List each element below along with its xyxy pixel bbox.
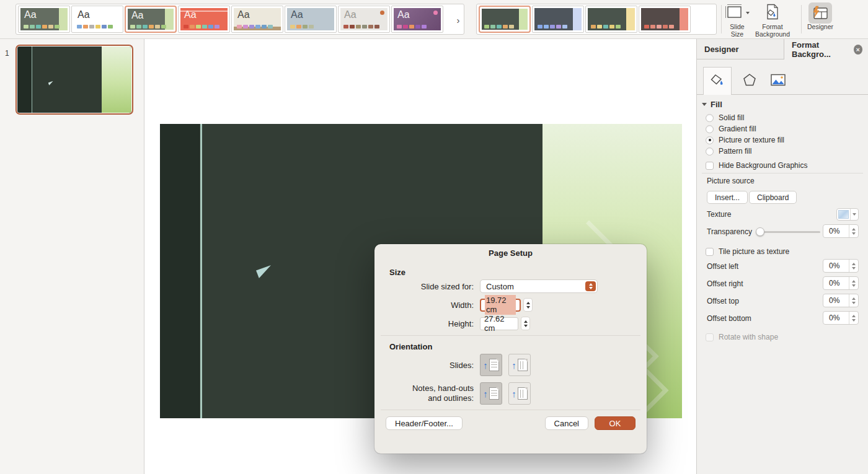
theme-thumbnail[interactable]: Aa — [125, 6, 177, 33]
width-label: Width: — [374, 301, 474, 310]
orientation-section-header: Orientation — [389, 342, 647, 351]
up-arrow-icon: ↑ — [483, 389, 488, 398]
radio-solid-fill[interactable]: Solid fill — [706, 113, 744, 122]
tab-fill[interactable] — [703, 67, 732, 95]
divider — [381, 335, 640, 336]
designer-button[interactable]: Designer — [806, 4, 835, 30]
format-background-button[interactable]: FormatBackground — [751, 4, 794, 38]
picture-source-label: Picture source — [707, 177, 755, 185]
slides-landscape-button[interactable]: ↑ — [508, 354, 531, 376]
width-stepper[interactable] — [523, 298, 533, 312]
insert-button[interactable]: Insert... — [707, 191, 748, 204]
stepper-arrows[interactable] — [849, 277, 858, 289]
tab-effects[interactable] — [735, 67, 764, 95]
notes-portrait-button[interactable]: ↑ — [480, 382, 502, 405]
offset-bottom-stepper[interactable]: 0% — [823, 311, 859, 325]
offset-right-label: Offset right — [707, 279, 743, 288]
landscape-page-icon — [518, 387, 528, 400]
radio-pattern-fill[interactable]: Pattern fill — [706, 147, 751, 156]
radio-icon — [706, 147, 714, 156]
height-input[interactable]: 27.62 cm — [480, 317, 518, 330]
variant-thumbnail[interactable] — [639, 6, 691, 33]
theme-thumbnail[interactable]: Aa — [285, 6, 337, 33]
chevron-down-icon — [746, 12, 750, 14]
checkbox-icon — [706, 248, 714, 256]
notes-handouts-label: Notes, hand-outs and outlines: — [374, 384, 474, 403]
notes-landscape-button[interactable]: ↑ — [508, 382, 531, 405]
cancel-button[interactable]: Cancel — [545, 416, 588, 430]
texture-dropdown[interactable] — [836, 208, 859, 221]
stepper-arrows[interactable] — [849, 225, 858, 237]
transparency-slider[interactable] — [756, 231, 820, 233]
offset-left-stepper[interactable]: 0% — [823, 259, 859, 273]
offset-left-label: Offset left — [707, 262, 738, 271]
design-ribbon: AaAaAaAaAaAaAaAa › SlideSize — [0, 0, 868, 39]
pentagon-icon — [742, 72, 757, 89]
offset-top-stepper[interactable]: 0% — [823, 294, 859, 307]
theme-aa-label: Aa — [78, 9, 90, 20]
theme-aa-label: Aa — [237, 9, 250, 20]
slide-sized-for-dropdown[interactable]: Custom — [480, 279, 598, 293]
stepper-arrows[interactable] — [849, 260, 858, 272]
slide-triangle-shape[interactable] — [256, 265, 271, 278]
theme-thumbnail[interactable]: Aa — [391, 6, 443, 33]
checkbox-rotate-with-shape: Rotate with shape — [706, 333, 778, 341]
theme-thumbnail[interactable]: Aa — [71, 6, 123, 33]
slides-portrait-button[interactable]: ↑ — [480, 354, 502, 376]
tab-format-background[interactable]: Format Backgro... × — [784, 39, 868, 59]
radio-icon — [706, 114, 714, 122]
theme-aa-label: Aa — [24, 9, 37, 20]
format-background-panel: Designer Format Backgro... × — [696, 39, 868, 474]
stepper-arrows[interactable] — [849, 294, 858, 307]
theme-thumbnail[interactable]: Aa — [338, 6, 390, 33]
slide-size-button[interactable]: SlideSize — [724, 4, 750, 38]
offset-right-stepper[interactable]: 0% — [823, 276, 859, 290]
stepper-arrows[interactable] — [849, 312, 858, 324]
ok-button[interactable]: OK — [595, 416, 636, 430]
fill-section-header[interactable]: Fill — [702, 100, 722, 109]
clipboard-button[interactable]: Clipboard — [749, 191, 797, 204]
theme-thumbnail[interactable]: Aa — [178, 6, 230, 33]
divider — [381, 410, 640, 410]
transparency-label: Transparency — [707, 227, 752, 236]
close-icon[interactable]: × — [854, 45, 862, 55]
variant-thumbnail[interactable] — [479, 6, 531, 33]
more-themes-arrow[interactable]: › — [454, 15, 463, 25]
ribbon-separator — [721, 5, 722, 33]
variant-thumbnail[interactable] — [585, 6, 637, 33]
theme-thumbnail[interactable]: Aa — [231, 6, 283, 33]
header-footer-button[interactable]: Header/Footer... — [386, 416, 463, 430]
checkbox-hide-background[interactable]: Hide Background Graphics — [706, 161, 807, 170]
theme-aa-label: Aa — [184, 9, 197, 20]
slide-thumbnail[interactable] — [16, 45, 133, 115]
tab-designer[interactable]: Designer — [697, 39, 784, 59]
paint-bucket-icon — [710, 73, 725, 90]
slide-accent-line — [200, 124, 202, 418]
slider-thumb[interactable] — [756, 227, 764, 236]
picture-icon — [770, 73, 786, 89]
theme-aa-label: Aa — [291, 9, 303, 20]
portrait-page-icon — [489, 359, 499, 371]
height-stepper[interactable] — [521, 317, 530, 330]
slide-left-band — [160, 124, 200, 418]
collapse-chevron-icon — [702, 103, 707, 106]
tab-picture[interactable] — [764, 67, 792, 95]
radio-gradient-fill[interactable]: Gradient fill — [706, 125, 756, 133]
radio-picture-texture-fill[interactable]: Picture or texture fill — [706, 136, 784, 144]
width-input[interactable]: 19.72 cm — [480, 299, 521, 312]
landscape-page-icon — [518, 359, 528, 371]
slide-number: 1 — [5, 49, 9, 58]
theme-thumbnail[interactable]: Aa — [18, 6, 70, 33]
offset-bottom-label: Offset bottom — [707, 314, 751, 323]
variant-thumbnail[interactable] — [532, 6, 584, 33]
format-background-icon — [765, 4, 780, 23]
checkbox-tile-picture[interactable]: Tile picture as texture — [706, 247, 789, 256]
panel-icon-tabs — [697, 66, 868, 95]
variant-gallery — [476, 4, 717, 35]
theme-gallery: AaAaAaAaAaAaAaAa — [16, 4, 464, 35]
portrait-page-icon — [489, 387, 499, 400]
dialog-title: Page Setup — [374, 244, 647, 261]
theme-aa-label: Aa — [131, 10, 144, 21]
up-arrow-icon: ↑ — [512, 389, 516, 398]
transparency-stepper[interactable]: 0% — [823, 224, 859, 238]
